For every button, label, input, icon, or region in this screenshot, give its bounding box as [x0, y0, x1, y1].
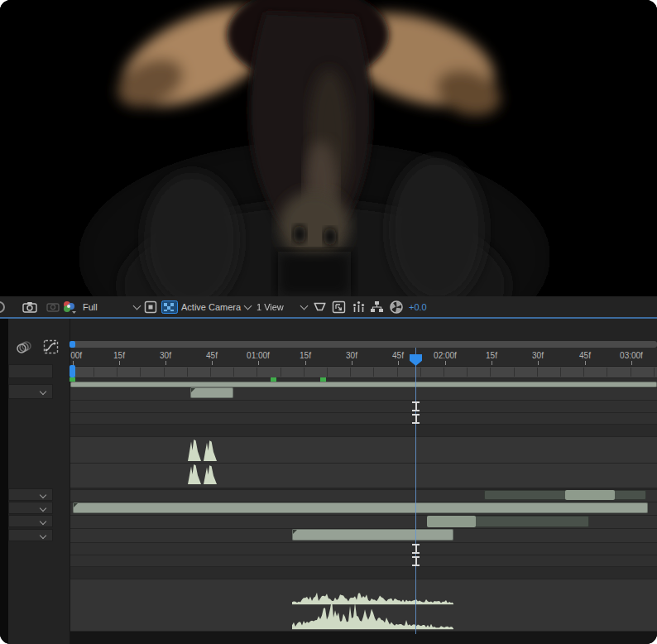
work-area-tick — [654, 368, 655, 377]
layer-mode-dropdown[interactable] — [8, 515, 53, 527]
work-area-tick — [164, 368, 165, 377]
work-area-tick — [607, 368, 607, 377]
bar-fold-corner — [293, 530, 297, 534]
keyframe-marker-green[interactable] — [271, 377, 276, 382]
motion-blur-icon[interactable] — [15, 339, 33, 356]
chevron-down-icon — [133, 301, 141, 310]
work-area-tick — [304, 368, 305, 377]
ruler-tick — [305, 361, 306, 365]
layer-mode-dropdown[interactable] — [8, 529, 53, 541]
magnification-dropdown[interactable]: Full — [83, 296, 139, 317]
exposure-value[interactable]: +0.0 — [409, 296, 442, 317]
time-ruler[interactable]: 0:00f15f30f45f01:00f15f30f45f02:00f15f30… — [70, 348, 657, 367]
text-cursor-icon — [412, 414, 420, 424]
work-area-tick — [537, 368, 538, 377]
after-effects-window: Full Active Camera 1 View — [0, 0, 657, 644]
chevron-down-icon — [40, 517, 46, 524]
ruler-label: 0:00f — [70, 351, 82, 360]
work-area-tick — [490, 368, 491, 377]
composition-viewer[interactable] — [0, 0, 657, 296]
work-area-tick — [117, 368, 117, 377]
work-area-tick — [140, 368, 141, 377]
layer-mode-dropdown[interactable] — [8, 364, 53, 378]
ruler-label: 01:00f — [247, 351, 270, 360]
layer-duration-bar[interactable] — [427, 516, 589, 527]
timeline-row — [70, 631, 657, 644]
ruler-tick — [538, 361, 539, 365]
keyframe-marker-green[interactable] — [70, 377, 75, 382]
keyframe-marker-green[interactable] — [320, 377, 326, 382]
timeline-row — [70, 463, 657, 488]
chevron-down-icon — [40, 491, 46, 497]
work-area-tick — [631, 368, 631, 377]
graph-editor-icon[interactable] — [41, 339, 60, 355]
work-area-bar[interactable] — [70, 367, 657, 377]
work-area-start-handle[interactable] — [70, 365, 75, 377]
work-area-tick — [233, 368, 234, 377]
layer-duration-bar[interactable] — [73, 502, 648, 513]
flowchart-icon[interactable] — [368, 296, 385, 317]
layer-duration-bar[interactable] — [70, 382, 657, 387]
work-area-tick — [467, 368, 468, 377]
chevron-down-icon — [40, 504, 46, 511]
bar-segment — [565, 490, 615, 500]
chevron-down-icon — [244, 301, 252, 310]
work-area-tick — [514, 368, 515, 377]
region-of-interest-icon[interactable] — [330, 296, 348, 317]
timeline-row — [70, 412, 657, 425]
chevron-down-icon — [40, 388, 46, 395]
work-area-tick — [281, 368, 281, 377]
magnification-label: Full — [83, 302, 98, 312]
timeline-row — [70, 579, 657, 632]
work-area-tick — [583, 368, 584, 377]
transparency-grid-icon[interactable] — [161, 296, 178, 317]
reset-exposure-icon[interactable] — [387, 296, 405, 317]
work-area-tick — [327, 368, 328, 377]
view-layout-dropdown[interactable]: 1 View — [257, 296, 306, 317]
camera-view-dropdown[interactable]: Active Camera — [181, 296, 251, 317]
bar-fold-corner — [191, 388, 195, 392]
pixel-aspect-correction-icon[interactable] — [311, 296, 328, 317]
chevron-down-icon — [40, 531, 46, 538]
timeline-row — [70, 387, 657, 400]
work-area-tick — [210, 368, 211, 377]
ruler-label: 03:00f — [620, 351, 643, 360]
work-area-tick — [420, 368, 421, 377]
ruler-label: 15f — [486, 351, 497, 360]
timeline-row — [70, 400, 657, 412]
navigator-start-handle[interactable] — [70, 341, 75, 348]
layer-mode-dropdown[interactable] — [8, 384, 53, 399]
text-cursor-icon — [412, 544, 420, 554]
snapshot-camera-icon[interactable] — [21, 296, 39, 317]
ruler-tick — [212, 361, 213, 365]
camera-view-label: Active Camera — [181, 302, 241, 312]
window-left-edge — [0, 319, 8, 644]
timeline-row — [70, 424, 657, 437]
layer-duration-bar[interactable] — [292, 529, 453, 541]
bar-segment — [427, 516, 476, 527]
grid-guides-options-icon[interactable] — [142, 296, 159, 317]
layer-mode-dropdown[interactable] — [8, 488, 53, 501]
show-channel-icon[interactable] — [60, 296, 78, 317]
composition-image — [0, 0, 657, 296]
work-area-tick — [560, 368, 561, 377]
ruler-label: 15f — [113, 351, 125, 360]
view-layout-label: 1 View — [257, 302, 284, 312]
show-snapshot-icon[interactable] — [45, 296, 61, 317]
layer-mode-dropdown[interactable] — [8, 502, 53, 514]
timeline-row — [70, 555, 657, 567]
text-cursor-icon — [412, 556, 420, 566]
ruler-tick — [492, 361, 492, 365]
layer-duration-bar[interactable] — [190, 387, 233, 398]
ruler-label: 30f — [532, 351, 544, 360]
ruler-label: 30f — [346, 351, 357, 360]
timeline-row — [70, 436, 657, 463]
ruler-tick — [631, 361, 632, 365]
layer-duration-bar[interactable] — [484, 490, 646, 500]
work-area-tick — [397, 368, 398, 377]
timeline-navigator-bar[interactable] — [70, 341, 657, 348]
ruler-tick — [445, 361, 446, 365]
ruler-label: 45f — [392, 351, 404, 360]
ruler-label: 15f — [300, 351, 311, 360]
histogram-icon[interactable] — [350, 296, 367, 317]
